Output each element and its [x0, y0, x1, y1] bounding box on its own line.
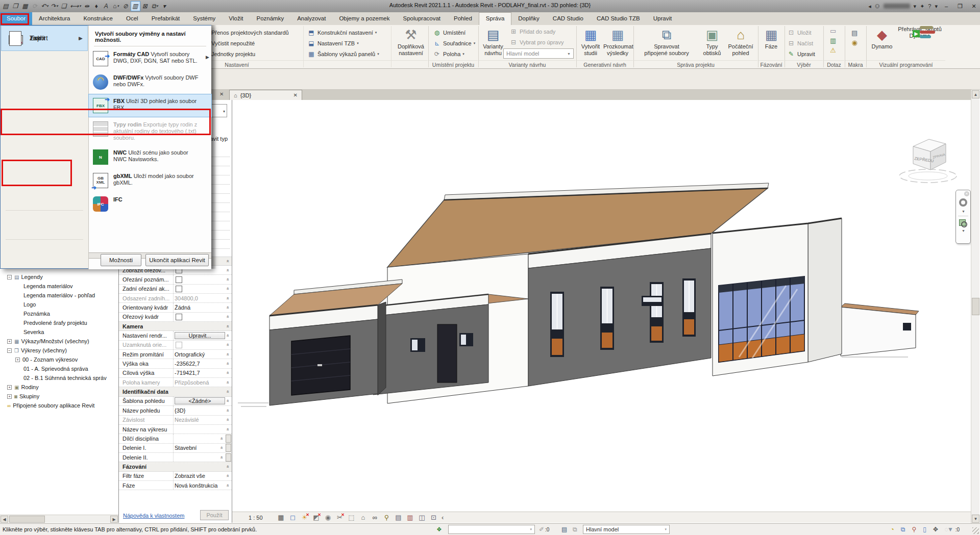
- property-value[interactable]: [173, 453, 220, 462]
- section-collapse-icon[interactable]: »: [225, 297, 230, 299]
- property-value[interactable]: <Žádné>: [173, 397, 226, 405]
- ribbon-tab[interactable]: Poznámky: [250, 12, 290, 25]
- pocatecni-pohled-button[interactable]: ⌂ Počáteční pohled: [726, 26, 755, 57]
- tree-item[interactable]: ∞ Připojené soubory aplikace Revit: [0, 401, 118, 410]
- ribbon-item[interactable]: ▦ Šablony výkazů panelů▾: [307, 48, 379, 59]
- section-collapse-icon[interactable]: »: [225, 316, 230, 318]
- panel-label[interactable]: Generativní návrh: [577, 60, 633, 68]
- view-control-icon[interactable]: ◻: [287, 514, 299, 521]
- ribbon-item[interactable]: ◍ Umístění: [433, 27, 475, 38]
- selection-toggle-icon[interactable]: ▯: [923, 526, 926, 533]
- qat-icon[interactable]: ⌂▾: [112, 2, 120, 11]
- property-row[interactable]: Fáze Nová konštrukcia »: [119, 481, 232, 490]
- ribbon-item[interactable]: ⊡ Uložit: [787, 27, 815, 38]
- qat-icon[interactable]: ▤: [2, 2, 10, 11]
- scroll-left-icon[interactable]: ◀: [1, 516, 8, 523]
- viewcube[interactable]: ZEPŘEDU ZPRAVA: [899, 139, 957, 183]
- ribbon-tab[interactable]: Soubor: [0, 12, 32, 25]
- qat-icon[interactable]: ⟷▾: [69, 2, 82, 11]
- view-control-icon[interactable]: ☀ ✕: [299, 514, 310, 521]
- macro-icon[interactable]: ◉: [851, 39, 857, 46]
- property-row[interactable]: Nastavení rendr... Upravit... »: [119, 331, 232, 340]
- inquiry-icon[interactable]: ▥: [830, 37, 836, 44]
- zoom-icon[interactable]: [959, 219, 966, 226]
- property-row[interactable]: Šablona pohledu <Žádné> »: [119, 397, 232, 406]
- vytvorit-studii-button[interactable]: ▦ Vytvořit studii: [578, 26, 603, 57]
- collapse-icon[interactable]: ‹: [442, 514, 444, 521]
- property-row[interactable]: Kamera »: [119, 322, 232, 331]
- view-control-icon[interactable]: ▦: [275, 514, 287, 521]
- export-menu-item[interactable]: FBX FBX Uloží 3D pohled jako soubor FBX.: [89, 94, 211, 117]
- property-value[interactable]: [173, 341, 226, 349]
- tree-item[interactable]: − ▤ Legendy: [0, 272, 118, 282]
- ribbon-tab[interactable]: CAD Studio TZB: [590, 12, 647, 25]
- ribbon-item[interactable]: ✎ Upravit: [787, 48, 815, 59]
- macro-icon[interactable]: ▤: [851, 29, 857, 37]
- property-row[interactable]: Odsazení zadníh... 304800,0 »: [119, 294, 232, 303]
- section-collapse-icon[interactable]: »: [225, 344, 230, 346]
- prozkoumat-vysledky-button[interactable]: ▦ Prozkoumat výsledky: [603, 26, 632, 57]
- file-menu-item[interactable]: Zavřít: [1, 26, 88, 51]
- doplnkova-nastaveni-button[interactable]: ⚒ Doplňková nastavení: [394, 26, 428, 57]
- ribbon-item[interactable]: ⊟ Načíst: [787, 38, 815, 48]
- tree-item[interactable]: Poznámka: [0, 309, 118, 318]
- canvas-vscrollbar[interactable]: ▲ ▼: [971, 90, 979, 523]
- property-value[interactable]: Přizpůsobená: [173, 378, 226, 387]
- export-menu-item[interactable]: IFC IFC: [89, 193, 211, 215]
- active-design-option-select[interactable]: Hlavní model▼: [503, 48, 574, 59]
- export-menu-item[interactable]: N NWC Uloží scénu jako soubor NWC Navisw…: [89, 146, 211, 168]
- section-collapse-icon[interactable]: »: [225, 278, 230, 281]
- property-row[interactable]: Zadní ořezání ak... »: [119, 285, 232, 294]
- section-collapse-icon[interactable]: »: [225, 372, 230, 374]
- options-button[interactable]: Možnosti: [101, 254, 141, 266]
- property-value[interactable]: [173, 434, 220, 443]
- property-row[interactable]: Filtr fáze Zobrazit vše »: [119, 472, 232, 481]
- tree-item[interactable]: Logo: [0, 300, 118, 309]
- section-collapse-icon[interactable]: »: [225, 484, 230, 487]
- tree-item[interactable]: 02 - B.1 Súhrnná technická správ: [0, 373, 118, 383]
- section-collapse-icon[interactable]: »: [225, 409, 230, 412]
- user-dropdown-icon[interactable]: ▾: [914, 3, 917, 10]
- property-value[interactable]: Upravit...: [173, 331, 226, 340]
- editable-only-icon[interactable]: ✐: [539, 526, 544, 533]
- tree-item[interactable]: Legenda materiálov: [0, 282, 118, 291]
- ribbon-tab[interactable]: Doplňky: [511, 12, 546, 25]
- drawing-area[interactable]: ZEPŘEDU ZPRAVA ✕ ▼ ▼ 1 : 50 ▦ ◻: [232, 100, 971, 523]
- scroll-right-icon[interactable]: ▶: [110, 516, 118, 523]
- ribbon-tab[interactable]: Pohled: [447, 12, 479, 25]
- tree-expander-icon[interactable]: −: [7, 275, 12, 279]
- panel-label[interactable]: Fázování: [758, 60, 784, 68]
- dynamo-button[interactable]: ◆ Dynamo: [869, 26, 895, 50]
- tree-item[interactable]: Severka: [0, 327, 118, 337]
- property-row[interactable]: Výška oka -235622,7 »: [119, 359, 232, 368]
- section-collapse-icon[interactable]: »: [225, 400, 230, 402]
- scroll-up-icon[interactable]: ▲: [972, 90, 979, 98]
- inquiry-icon[interactable]: ▭: [830, 27, 836, 35]
- view-tab-3d[interactable]: ⌂ {3D} ✕: [229, 90, 302, 100]
- ribbon-tab[interactable]: Objemy a pozemek: [332, 12, 396, 25]
- ribbon-tab[interactable]: Správa: [479, 12, 511, 25]
- view-control-icon[interactable]: ⊡: [428, 514, 439, 521]
- export-menu-item[interactable]: DWF/DWFx Vytvoří soubory DWF nebo DWFx.: [89, 71, 211, 93]
- chevron-down-icon[interactable]: ▼: [962, 229, 965, 233]
- tree-item[interactable]: 01 - A. Sprievodná správa: [0, 364, 118, 373]
- view-control-icon[interactable]: ∞: [369, 514, 381, 521]
- section-collapse-icon[interactable]: »: [225, 363, 230, 365]
- navbar-close-icon[interactable]: ✕: [964, 191, 969, 196]
- qat-icon[interactable]: A: [102, 2, 111, 11]
- qat-icon[interactable]: ❑: [60, 2, 68, 11]
- ribbon-item[interactable]: ⟳ Poloha▾: [433, 48, 475, 59]
- scroll-down-icon[interactable]: ▼: [972, 515, 979, 523]
- hidden-tab-close-icon[interactable]: ✕: [219, 91, 224, 97]
- section-collapse-icon[interactable]: »: [225, 269, 230, 271]
- typy-obtisku-button[interactable]: ▣ Typy obtisků: [699, 26, 725, 57]
- selection-toggle-icon[interactable]: ✥: [933, 526, 938, 533]
- qat-icon[interactable]: ▾: [160, 2, 169, 11]
- property-row[interactable]: Ořezání poznám... »: [119, 275, 232, 284]
- section-collapse-icon[interactable]: »: [225, 428, 230, 430]
- export-menu-item[interactable]: GB XML gbXML Uloží model jako soubor gbX…: [89, 169, 211, 192]
- selection-toggle-icon[interactable]: ⧉: [901, 526, 905, 533]
- restore-button[interactable]: ❐: [955, 3, 965, 10]
- view-control-icon[interactable]: ⚲: [381, 514, 393, 521]
- signed-in-user-blurred[interactable]: [884, 4, 910, 9]
